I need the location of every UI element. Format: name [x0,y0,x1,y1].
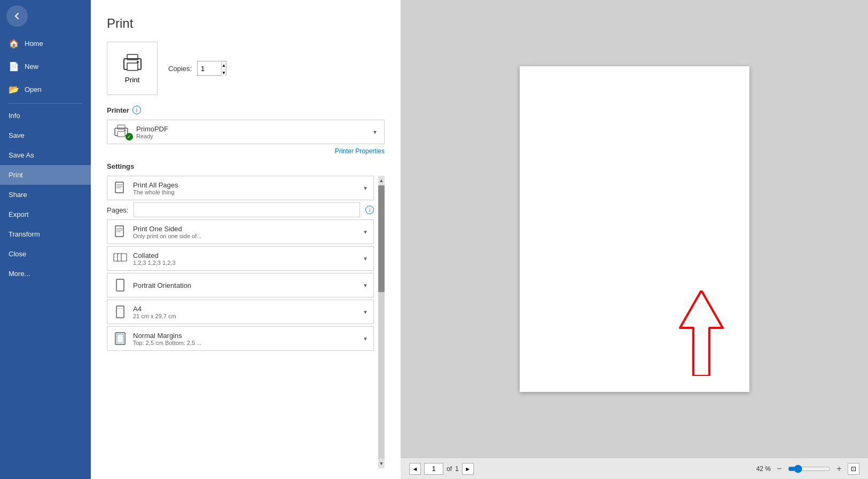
svg-rect-11 [116,187,121,189]
one-sided-icon [113,224,128,239]
setting-sub: 21 cm x 29,7 cm [133,313,357,319]
portrait-icon [113,278,128,293]
svg-rect-19 [116,279,124,291]
page-preview [520,66,749,392]
setting-collated[interactable]: Collated 1,2,3 1,2,3 1,2,3 ▼ [107,246,374,271]
pages-row: Pages: i [107,202,374,217]
settings-scroll: Print All Pages The whole thing ▼ Pages:… [107,176,385,468]
print-all-pages-icon [113,180,128,195]
setting-print-all-pages[interactable]: Print All Pages The whole thing ▼ [107,176,374,200]
setting-portrait[interactable]: Portrait Orientation ▼ [107,273,374,297]
sidebar-item-label: New [25,62,38,70]
preview-area: ◄ of 1 ► 42 % − + ⊡ [401,0,868,479]
setting-dropdown-arrow: ▼ [363,185,368,191]
copies-label: Copies: [168,65,192,73]
printer-dropdown-arrow: ▼ [372,129,378,135]
settings-scrollbar[interactable]: ▲ ▼ [378,176,385,468]
back-button[interactable] [6,5,28,27]
collated-icon [113,251,128,266]
current-page-input[interactable] [424,463,443,475]
sidebar-item-export[interactable]: Export [0,205,91,224]
copies-input-wrap: ▲ ▼ [197,61,226,76]
sidebar-item-new[interactable]: 📄 New [0,55,91,78]
page-of-label: of [447,465,452,473]
print-title: Print [107,16,385,31]
setting-sub: Only print on one side of... [133,233,357,239]
setting-one-sided[interactable]: Print One Sided Only print on one side o… [107,219,374,244]
prev-page-button[interactable]: ◄ [409,463,421,475]
margins-icon [113,331,128,346]
svg-rect-1 [127,63,138,70]
printer-properties-link[interactable]: Printer Properties [107,147,385,155]
preview-footer: ◄ of 1 ► 42 % − + ⊡ [401,458,868,479]
setting-main: Portrait Orientation [133,281,357,289]
svg-rect-20 [116,306,124,318]
sidebar-item-save-as[interactable]: Save As [0,145,91,165]
printer-icon [122,53,143,72]
printer-name: PrimoPDF [136,125,367,133]
setting-main: Normal Margins [133,332,357,340]
setting-dropdown-arrow: ▼ [363,309,368,315]
print-button[interactable]: Print [107,42,158,95]
total-pages: 1 [455,465,459,473]
zoom-in-button[interactable]: + [834,464,844,474]
sidebar-item-share[interactable]: Share [0,185,91,205]
print-button-area: Print Copies: ▲ ▼ [107,42,385,95]
copies-input[interactable] [198,61,221,75]
setting-dropdown-arrow: ▼ [363,282,368,288]
sidebar-item-transform[interactable]: Transform [0,224,91,244]
setting-text: Print All Pages The whole thing [133,181,357,195]
svg-rect-5 [118,131,125,137]
svg-rect-9 [116,184,122,185]
setting-paper-size[interactable]: A4 21 cm x 29,7 cm ▼ [107,300,374,324]
sidebar-item-more[interactable]: More... [0,264,91,284]
fit-page-button[interactable]: ⊡ [848,463,859,475]
printer-icon-wrap: ✓ [114,124,131,139]
setting-text: Portrait Orientation [133,281,357,289]
svg-rect-6 [118,125,125,129]
sidebar-item-close[interactable]: Close [0,244,91,264]
sidebar-item-label: Open [25,85,42,93]
setting-margins[interactable]: Normal Margins Top: 2,5 cm Bottom: 2,5 .… [107,326,374,351]
svg-rect-18 [121,254,127,261]
zoom-out-button[interactable]: − [774,464,785,474]
zoom-label: 42 % [756,465,771,473]
sidebar-item-print[interactable]: Print [0,165,91,185]
pages-label: Pages: [107,206,128,214]
red-arrow-annotation [669,290,733,376]
settings-title: Settings [107,162,385,170]
svg-rect-15 [116,231,121,232]
setting-dropdown-arrow: ▼ [363,229,368,235]
setting-dropdown-arrow: ▼ [363,336,368,342]
sidebar-item-open[interactable]: 📂 Open [0,78,91,101]
printer-info-icon[interactable]: i [132,106,141,114]
copies-decrement[interactable]: ▼ [222,69,226,76]
pages-input[interactable] [134,202,360,217]
setting-text: A4 21 cm x 29,7 cm [133,305,357,319]
scrollbar-thumb[interactable] [378,185,385,292]
pages-info-icon[interactable]: i [365,206,374,214]
printer-ready-check: ✓ [126,133,133,140]
printer-dropdown[interactable]: ✓ PrimoPDF Ready ▼ [107,120,385,144]
page-nav: ◄ of 1 ► [409,463,474,475]
scrollbar-down-button[interactable]: ▼ [378,459,385,468]
next-page-button[interactable]: ► [462,463,474,475]
setting-main: Print One Sided [133,225,357,233]
sidebar-item-label: Home [25,40,43,48]
main-content: Print Print Copies: ▲ ▼ [91,0,868,479]
sidebar-item-save[interactable]: Save [0,125,91,145]
scrollbar-up-button[interactable]: ▲ [378,176,385,185]
setting-main: A4 [133,305,357,313]
home-icon: 🏠 [9,38,19,49]
sidebar-item-info[interactable]: Info [0,106,91,125]
copies-increment[interactable]: ▲ [222,61,226,69]
setting-text: Collated 1,2,3 1,2,3 1,2,3 [133,252,357,266]
sidebar-item-home[interactable]: 🏠 Home [0,32,91,55]
printer-status: Ready [136,133,367,139]
scrollbar-track [378,185,385,459]
printer-section-header: Printer i [107,106,385,114]
sidebar: 🏠 Home 📄 New 📂 Open Info Save Save As Pr… [0,0,91,479]
print-panel: Print Print Copies: ▲ ▼ [91,0,401,479]
zoom-slider[interactable] [788,465,831,473]
setting-text: Print One Sided Only print on one side o… [133,225,357,239]
